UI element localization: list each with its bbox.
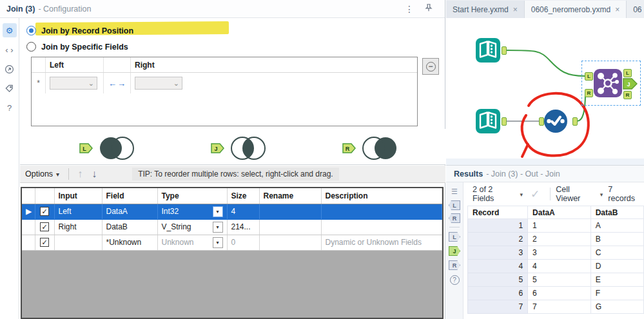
options-button[interactable]: Options ▾ bbox=[20, 168, 64, 180]
remove-row-button[interactable]: − bbox=[422, 58, 439, 75]
pin-icon[interactable] bbox=[419, 3, 438, 14]
radio-join-by-record-position[interactable]: Join by Record Position bbox=[26, 26, 133, 35]
swap-left-arrow-icon[interactable]: ← bbox=[108, 79, 117, 88]
cell-field: DataB bbox=[102, 219, 157, 235]
type-dropdown-button[interactable]: ▾ bbox=[213, 222, 223, 233]
tag-icon[interactable] bbox=[3, 81, 17, 95]
join-fields-left-header: Left bbox=[46, 57, 104, 72]
close-tab-icon[interactable]: × bbox=[615, 5, 620, 14]
output-anchor[interactable] bbox=[502, 117, 507, 126]
join-output-anchor-R[interactable]: R bbox=[623, 91, 632, 99]
tab-partial[interactable]: 06 bbox=[627, 1, 644, 18]
results-row[interactable]: 7 7 G bbox=[468, 300, 644, 314]
results-output-anchor-J[interactable]: J bbox=[449, 246, 460, 256]
venn-right-unjoined-icon bbox=[358, 133, 400, 164]
results-input-anchor-L[interactable]: L bbox=[449, 200, 460, 210]
settings-gear-icon[interactable]: ⚙ bbox=[3, 23, 17, 37]
text-input-tool-1[interactable] bbox=[475, 37, 501, 65]
col-field: Field bbox=[102, 188, 157, 204]
caret-down-icon[interactable]: ▾ bbox=[600, 191, 603, 198]
close-tab-icon[interactable]: × bbox=[513, 5, 518, 14]
more-options-icon[interactable]: ⋮ bbox=[400, 4, 419, 14]
swap-right-arrow-icon[interactable]: → bbox=[117, 79, 126, 88]
grid-row-unknown[interactable]: ✓ *Unknown Unknown▾ 0 Dynamic or Unknown… bbox=[22, 235, 442, 250]
results-row[interactable]: 5 5 E bbox=[468, 273, 644, 287]
cell-viewer-dropdown[interactable]: Cell Viewer bbox=[556, 185, 596, 203]
results-row[interactable]: 2 2 B bbox=[468, 233, 644, 246]
svg-text:R: R bbox=[346, 146, 350, 152]
left-field-dropdown[interactable]: ⌄ bbox=[50, 77, 97, 90]
results-output-anchor-R[interactable]: R bbox=[449, 260, 460, 270]
venn-joined-icon bbox=[227, 133, 268, 164]
cell-description: Dynamic or Unknown Fields bbox=[321, 235, 442, 250]
record-count: 7 records bbox=[608, 185, 641, 203]
move-up-button[interactable]: ↑ bbox=[73, 168, 87, 180]
cell-input: Left bbox=[54, 204, 102, 219]
join-tool[interactable] bbox=[593, 68, 623, 100]
row-checkbox[interactable]: ✓ bbox=[40, 238, 49, 247]
output-anchor[interactable] bbox=[502, 46, 507, 55]
grid-row-dataA[interactable]: ▶ ✓ Left DataA Int32▾ 4 bbox=[22, 204, 442, 219]
join-output-anchor-L[interactable]: L bbox=[623, 69, 632, 77]
tab-start-here[interactable]: Start Here.yxmd × bbox=[446, 1, 525, 18]
cell-input bbox=[54, 235, 102, 250]
field-grid: Input Field Type Size Rename Description… bbox=[21, 187, 444, 319]
results-output-anchor-L[interactable]: L bbox=[449, 232, 460, 242]
right-field-dropdown[interactable]: ⌄ bbox=[135, 77, 182, 90]
anchor-L-badge: L bbox=[79, 142, 93, 155]
results-toolbar: 2 of 2 Fields ▾ ✓ Cell Viewer ▾ 7 record… bbox=[463, 182, 644, 206]
results-anchor-strip: ☰ L R L J R ? bbox=[446, 182, 463, 319]
anchor-R-badge: R bbox=[342, 142, 356, 155]
caret-down-icon[interactable]: ▾ bbox=[520, 191, 523, 198]
col-record: Record bbox=[468, 206, 528, 219]
radio-label: Join by Record Position bbox=[41, 26, 133, 35]
col-dataA: DataA bbox=[528, 206, 591, 219]
col-rename: Rename bbox=[259, 188, 321, 204]
radio-join-by-specific-fields[interactable]: Join by Specific Fields bbox=[26, 42, 128, 52]
move-down-button[interactable]: ↓ bbox=[87, 168, 101, 180]
alteryx-designer-window: Join (3) - Configuration ⋮ ⚙ ‹ › ? Join bbox=[0, 0, 644, 319]
grid-row-dataB[interactable]: ✓ Right DataB V_String▾ 214... bbox=[22, 219, 442, 235]
new-row-marker: * bbox=[32, 73, 46, 93]
cell-size: 0 bbox=[227, 235, 259, 250]
toolbar-separator bbox=[550, 188, 551, 200]
type-dropdown-button[interactable]: ▾ bbox=[213, 206, 223, 217]
svg-text:L: L bbox=[83, 146, 86, 152]
join-input-anchor-L[interactable]: L bbox=[585, 72, 593, 81]
code-icon[interactable]: ‹ › bbox=[3, 43, 17, 57]
results-title: Results bbox=[454, 169, 483, 179]
cell-field: *Unknown bbox=[102, 235, 157, 250]
radio-button-unselected[interactable] bbox=[26, 42, 36, 52]
metadata-list-icon[interactable]: ☰ bbox=[449, 186, 461, 197]
results-row[interactable]: 3 3 C bbox=[468, 246, 644, 260]
cell-type: V_String bbox=[162, 222, 191, 231]
text-input-tool-2[interactable] bbox=[475, 108, 501, 136]
config-sidebar: ⚙ ‹ › ? bbox=[0, 18, 19, 319]
row-checkbox[interactable]: ✓ bbox=[40, 222, 49, 231]
results-row[interactable]: 1 1 A bbox=[468, 219, 644, 233]
anchor-J-badge: J bbox=[211, 142, 225, 155]
cell-type: Unknown bbox=[162, 238, 194, 247]
results-help-icon[interactable]: ? bbox=[450, 275, 460, 285]
output-anchor[interactable] bbox=[572, 117, 578, 126]
tab-label: 0606_neromerob.yxmd bbox=[531, 5, 610, 14]
cell-input: Right bbox=[54, 219, 102, 235]
help-icon[interactable]: ? bbox=[3, 101, 17, 115]
join-input-anchor-R[interactable]: R bbox=[585, 89, 593, 97]
results-row[interactable]: 4 4 D bbox=[468, 260, 644, 273]
fields-dropdown[interactable]: 2 of 2 Fields bbox=[473, 185, 516, 203]
results-input-anchor-R[interactable]: R bbox=[449, 213, 460, 223]
join-output-anchor-J[interactable]: J bbox=[623, 77, 638, 90]
select-tool[interactable] bbox=[543, 109, 568, 135]
output-left-venn: L bbox=[79, 133, 137, 164]
workflow-canvas[interactable]: L R L J R bbox=[446, 18, 644, 165]
tab-0606-neromerob[interactable]: 0606_neromerob.yxmd × bbox=[525, 1, 627, 18]
radio-button-selected[interactable] bbox=[26, 26, 36, 35]
output-right-venn: R bbox=[342, 133, 400, 164]
row-checkbox[interactable]: ✓ bbox=[40, 207, 49, 216]
type-dropdown-button[interactable]: ▾ bbox=[213, 237, 223, 248]
navigate-icon[interactable] bbox=[3, 62, 17, 76]
results-row[interactable]: 6 6 F bbox=[468, 287, 644, 300]
canvas-bottom-tint bbox=[446, 159, 644, 165]
results-header-row: Record DataA DataB bbox=[468, 206, 644, 219]
